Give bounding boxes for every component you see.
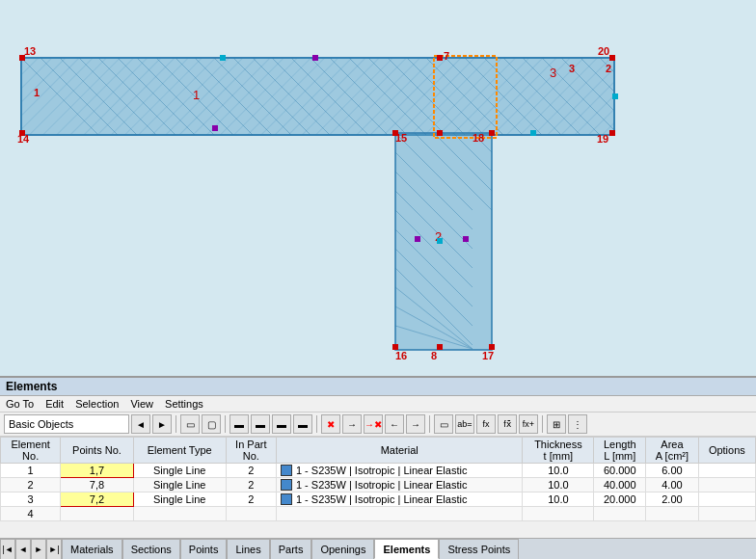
nav-next-btn[interactable]: ► (152, 414, 172, 434)
tab-lines[interactable]: Lines (227, 539, 269, 559)
copy-btn[interactable]: → (342, 414, 362, 434)
canvas-area: 13 20 14 19 2 1 15 18 16 17 8 3 1 2 3 7 (0, 0, 756, 376)
tab-parts[interactable]: Parts (270, 539, 312, 559)
table-cell: 2 (226, 478, 276, 492)
node13-label: 13 (24, 45, 36, 57)
tool1-btn[interactable]: ▬ (230, 414, 249, 434)
menu-goto[interactable]: Go To (6, 398, 34, 410)
table-cell: 2.00 (646, 492, 699, 507)
svg-rect-65 (415, 236, 420, 242)
select-btn[interactable]: ▭ (180, 414, 200, 434)
table-cell: 7,8 (61, 478, 133, 492)
col-in-part: In PartNo. (226, 438, 276, 464)
tab-sections[interactable]: Sections (122, 539, 180, 559)
tab-points-label: Points (189, 544, 219, 555)
tool3-btn[interactable]: ▬ (272, 414, 291, 434)
nav-prev-btn[interactable]: ◄ (131, 414, 150, 434)
svg-rect-68 (530, 130, 536, 136)
elements-table: ElementNo. Points No. Element Type In Pa… (0, 437, 756, 521)
tab-first-btn[interactable]: |◄ (0, 539, 15, 559)
node16-label: 16 (395, 350, 407, 361)
tab-openings[interactable]: Openings (311, 539, 374, 559)
node17-label: 17 (482, 350, 494, 361)
table-cell: Single Line (133, 492, 226, 507)
elements-panel: Elements Go To Edit Selection View Setti… (0, 376, 756, 559)
object-type-dropdown[interactable]: Basic Objects (4, 414, 129, 434)
svg-rect-52 (19, 55, 25, 61)
tab-stress-points-label: Stress Points (447, 544, 510, 555)
col-element-no: ElementNo. (1, 438, 61, 464)
svg-rect-66 (463, 236, 469, 242)
svg-rect-62 (437, 130, 443, 136)
table-cell (594, 507, 646, 521)
table-row[interactable]: 4 (1, 507, 756, 521)
tool2-btn[interactable]: ▬ (251, 414, 270, 434)
col-length: LengthL [mm] (594, 438, 646, 464)
text-btn[interactable]: ab= (455, 414, 474, 434)
table-row[interactable]: 37,2Single Line21 - S235W | Isotropic | … (1, 492, 756, 507)
tab-prev-btn[interactable]: ◄ (15, 539, 31, 559)
svg-rect-61 (437, 55, 443, 61)
tab-last-btn[interactable]: ►| (46, 539, 62, 559)
table-cell: Single Line (133, 478, 226, 492)
table-cell: 10.0 (523, 478, 594, 492)
toolbar: Basic Objects ◄ ► ▭ ▢ ▬ ▬ ▬ ▬ ✖ → →✖ ← →… (0, 413, 756, 437)
tab-sections-label: Sections (131, 544, 172, 555)
fx2-btn[interactable]: fx̄ (498, 414, 517, 434)
svg-rect-57 (489, 344, 495, 350)
table-container[interactable]: ElementNo. Points No. Element Type In Pa… (0, 437, 756, 538)
svg-rect-60 (437, 344, 443, 350)
table-body: 11,7Single Line21 - S235W | Isotropic | … (1, 464, 756, 521)
panel-title: Elements (0, 378, 756, 396)
tab-points[interactable]: Points (180, 539, 228, 559)
node19-label: 19 (597, 133, 608, 145)
tab-next-btn[interactable]: ► (31, 539, 46, 559)
table-cell: 10.0 (523, 464, 594, 478)
tool4-btn[interactable]: ▬ (293, 414, 312, 434)
menu-view[interactable]: View (130, 398, 153, 410)
section1-label: 1 (193, 88, 200, 102)
table-cell: 1 - S235W | Isotropic | Linear Elastic (276, 492, 523, 507)
menu-selection[interactable]: Selection (75, 398, 119, 410)
node20-label: 20 (598, 45, 609, 57)
tab-parts-label: Parts (279, 544, 304, 555)
view1-btn[interactable]: ▭ (434, 414, 453, 434)
arrow-left-btn[interactable]: ← (385, 414, 404, 434)
col-element-type: Element Type (133, 438, 226, 464)
more-btn[interactable]: ⋮ (568, 414, 587, 434)
tab-materials[interactable]: Materials (62, 539, 122, 559)
svg-rect-54 (609, 55, 615, 61)
menu-settings[interactable]: Settings (165, 398, 203, 410)
fx1-btn[interactable]: fx (476, 414, 496, 434)
tab-stress-points[interactable]: Stress Points (439, 539, 519, 559)
table-cell: Single Line (133, 464, 226, 478)
menu-edit[interactable]: Edit (45, 398, 64, 410)
svg-rect-64 (212, 125, 218, 131)
table-cell: 4.00 (646, 478, 699, 492)
table-cell (698, 464, 755, 478)
arrow-right-btn[interactable]: → (406, 414, 425, 434)
table-row[interactable]: 11,7Single Line21 - S235W | Isotropic | … (1, 464, 756, 478)
menu-bar: Go To Edit Selection View Settings (0, 396, 756, 413)
section3-label: 3 (550, 66, 556, 80)
col-options: Options (698, 438, 755, 464)
structure-svg: 13 20 14 19 2 1 15 18 16 17 8 3 1 2 3 7 (0, 0, 756, 376)
export-btn[interactable]: ⊞ (547, 414, 566, 434)
svg-rect-69 (612, 93, 618, 99)
copy2-btn[interactable]: →✖ (364, 414, 383, 434)
col-area: AreaA [cm²] (646, 438, 699, 464)
node8-label: 8 (431, 350, 437, 361)
delete-btn[interactable]: ✖ (321, 414, 340, 434)
tab-elements-label: Elements (383, 544, 430, 555)
tab-elements[interactable]: Elements (374, 539, 439, 559)
table-header-row: ElementNo. Points No. Element Type In Pa… (1, 438, 756, 464)
sep5 (542, 415, 543, 433)
table-cell: 2 (226, 464, 276, 478)
col-material: Material (276, 438, 523, 464)
col-thickness: Thicknesst [mm] (523, 438, 594, 464)
fx3-btn[interactable]: fx+ (519, 414, 538, 434)
tab-openings-label: Openings (320, 544, 365, 555)
table-row[interactable]: 27,8Single Line21 - S235W | Isotropic | … (1, 478, 756, 492)
svg-rect-67 (220, 55, 226, 61)
select2-btn[interactable]: ▢ (202, 414, 221, 434)
